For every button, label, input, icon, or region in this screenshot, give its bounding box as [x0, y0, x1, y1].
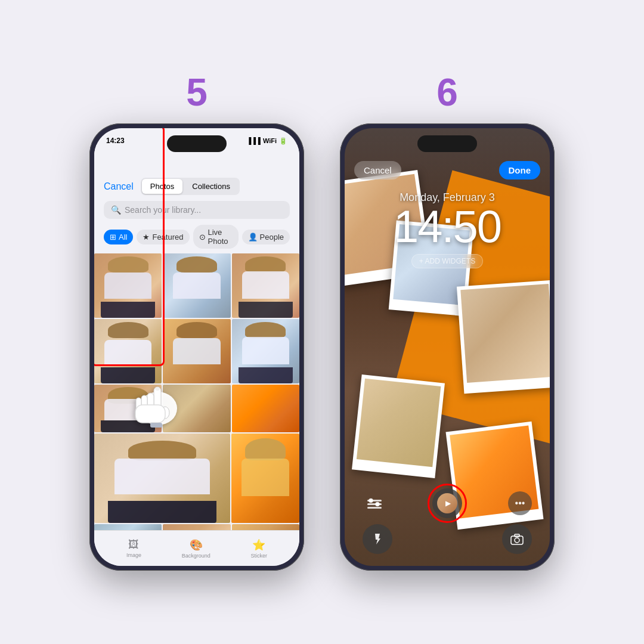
- photo-cell-4[interactable]: [94, 319, 162, 383]
- filter-featured-btn[interactable]: ★ Featured: [137, 230, 189, 244]
- photo-cell-3[interactable]: [232, 253, 299, 318]
- background-icon: 🎨: [190, 538, 203, 552]
- lockscreen-bottom: [345, 524, 550, 554]
- live-icon: ⊙: [199, 233, 206, 242]
- photo-cell-5[interactable]: [163, 319, 230, 383]
- dots-icon: •••: [515, 498, 525, 509]
- phone-5-screen: 14:23 ▐▐▐ WiFi 🔋 Cancel Photos Collectio…: [94, 128, 299, 566]
- filter-all-btn[interactable]: ⊞ All: [104, 230, 133, 244]
- add-widgets-area[interactable]: + ADD WIDGETS: [345, 254, 550, 268]
- hand-cursor-icon: [131, 380, 185, 443]
- bottom-background-btn[interactable]: 🎨 Background: [182, 538, 210, 559]
- filter-livephoto-btn[interactable]: ⊙ Live Photo: [193, 225, 239, 249]
- photo-row-5: [94, 524, 299, 530]
- svg-point-13: [369, 499, 373, 503]
- filter-featured-label: Featured: [152, 233, 183, 242]
- picker-header: Cancel Photos Collections 🔍 Search your …: [94, 145, 299, 253]
- segment-collections[interactable]: Collections: [184, 179, 239, 194]
- live-photo-container: ▶: [432, 488, 462, 518]
- photo-cell-10[interactable]: [94, 434, 230, 523]
- ls-done-btn[interactable]: Done: [499, 161, 541, 179]
- filter-livephoto-label: Live Photo: [208, 228, 233, 246]
- search-bar[interactable]: 🔍 Search your library...: [104, 201, 290, 219]
- step-5-number: 5: [186, 73, 208, 112]
- segment-photos[interactable]: Photos: [142, 179, 182, 194]
- signal-icon: ▐▐▐: [246, 137, 260, 144]
- filter-bar: ⊞ All ★ Featured ⊙ Live Photo 👤: [104, 225, 290, 249]
- filter-people-label: People: [260, 233, 284, 242]
- segment-control: Photos Collections: [141, 178, 240, 195]
- photo-cell-1[interactable]: [94, 253, 162, 318]
- photo-row-1: [94, 253, 299, 318]
- photo-cell-9[interactable]: [232, 385, 299, 432]
- svg-point-14: [376, 503, 379, 506]
- sticker-icon: ⭐: [252, 538, 265, 552]
- photo-cell-12[interactable]: [94, 524, 162, 530]
- phone-5-frame: 14:23 ▐▐▐ WiFi 🔋 Cancel Photos Collectio…: [89, 123, 304, 571]
- camera-btn[interactable]: [502, 524, 532, 554]
- wifi-icon: WiFi: [263, 137, 277, 144]
- more-options-btn[interactable]: •••: [508, 491, 532, 515]
- lockscreen-datetime: Monday, February 3 14:50: [345, 191, 550, 249]
- lockscreen-toolbar: ▶ •••: [345, 488, 550, 518]
- svg-rect-12: [367, 507, 382, 509]
- step-6: 6: [340, 73, 555, 571]
- sticker-label: Sticker: [251, 553, 268, 559]
- filter-people-btn[interactable]: 👤 People: [242, 230, 290, 244]
- photo-row-4: [94, 434, 299, 523]
- phone-6-frame: Cancel Done Monday, February 3 14:50 + A…: [340, 123, 555, 571]
- background-label: Background: [182, 553, 210, 559]
- photo-cell-11[interactable]: [231, 434, 299, 523]
- picker-nav: Cancel Photos Collections: [104, 178, 290, 195]
- dynamic-island-5: [167, 135, 227, 152]
- image-icon: 🖼: [128, 538, 139, 551]
- svg-rect-18: [515, 534, 519, 537]
- photo-cell-6[interactable]: [232, 319, 299, 383]
- picker-cancel-btn[interactable]: Cancel: [104, 181, 134, 192]
- main-container: 5 14:23 ▐▐▐ WiFi 🔋: [66, 49, 578, 595]
- image-label: Image: [126, 552, 141, 558]
- photo-grid: [94, 253, 299, 530]
- ls-cancel-btn[interactable]: Cancel: [354, 161, 401, 179]
- photo-cell-2[interactable]: [163, 253, 230, 318]
- step-6-number: 6: [436, 73, 458, 112]
- customization-icon[interactable]: [363, 491, 386, 515]
- photo-cell-14[interactable]: [232, 524, 299, 530]
- photo-row-3: [94, 385, 299, 432]
- svg-marker-15: [375, 534, 380, 544]
- people-icon: 👤: [248, 233, 258, 242]
- star-icon: ★: [143, 233, 150, 242]
- phone5-bottom-bar: 🖼 Image 🎨 Background ⭐ Sticker: [94, 530, 299, 566]
- add-widgets-label[interactable]: + ADD WIDGETS: [411, 254, 483, 268]
- photo-cell-13[interactable]: [163, 524, 230, 530]
- step-5: 5 14:23 ▐▐▐ WiFi 🔋: [89, 73, 304, 571]
- battery-icon: 🔋: [279, 137, 287, 145]
- bottom-image-btn[interactable]: 🖼 Image: [126, 538, 141, 558]
- search-icon-5: 🔍: [111, 205, 121, 215]
- svg-rect-16: [511, 536, 523, 544]
- svg-rect-6: [135, 405, 165, 423]
- search-placeholder: Search your library...: [125, 205, 201, 215]
- polaroid-4: [352, 374, 445, 478]
- photo-row-2: [94, 319, 299, 383]
- bottom-sticker-btn[interactable]: ⭐ Sticker: [251, 538, 268, 559]
- svg-point-17: [515, 538, 519, 543]
- dynamic-island-6: [417, 135, 477, 152]
- red-ring-indicator: [428, 484, 467, 523]
- flashlight-btn[interactable]: [363, 524, 392, 554]
- svg-rect-9: [150, 423, 162, 428]
- polaroid-3: [457, 280, 550, 394]
- lockscreen-time: 14:50: [345, 204, 550, 249]
- phone-6-screen: Cancel Done Monday, February 3 14:50 + A…: [345, 128, 550, 566]
- grid-icon: ⊞: [110, 233, 116, 242]
- status-time-5: 14:23: [106, 137, 125, 145]
- filter-all-label: All: [119, 233, 127, 242]
- status-icons-5: ▐▐▐ WiFi 🔋: [246, 137, 287, 145]
